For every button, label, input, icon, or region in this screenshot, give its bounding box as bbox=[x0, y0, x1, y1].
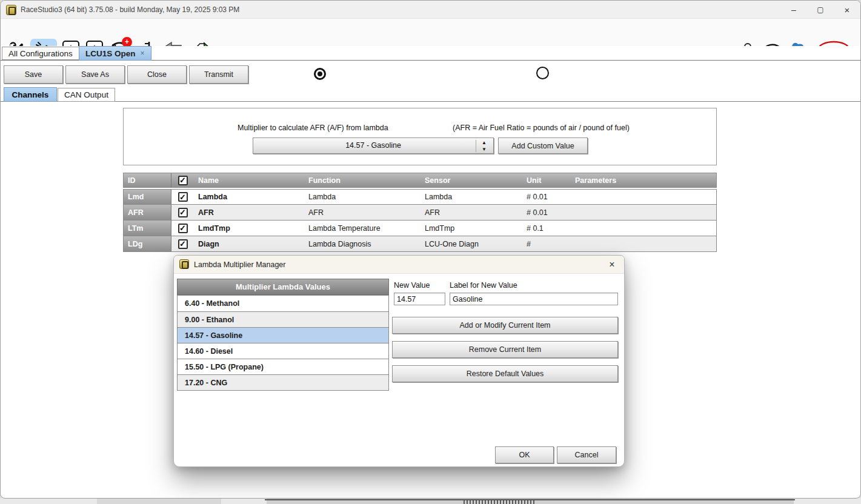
maximize-button[interactable]: ▢ bbox=[807, 1, 834, 19]
transmit-button[interactable]: Transmit bbox=[189, 65, 248, 84]
multiplier-label: Multiplier to calculate AFR (A/F) from l… bbox=[238, 124, 388, 132]
app-window: RaceStudio3 (64 bit) 3.75.08 - build Mon… bbox=[0, 0, 861, 499]
list-item[interactable]: 15.50 - LPG (Propane) bbox=[178, 359, 388, 374]
tab-lcu1s-open[interactable]: LCU1S Open × bbox=[79, 46, 151, 61]
action-bar: Save Save As Close Transmit Open connect… bbox=[1, 61, 860, 86]
app-icon bbox=[6, 5, 16, 15]
row-name: Lambda bbox=[194, 190, 304, 204]
row-unit: # 0.01 bbox=[522, 205, 571, 220]
tab-all-configurations[interactable]: All Configurations bbox=[2, 47, 79, 60]
ok-button[interactable]: OK bbox=[495, 446, 554, 463]
row-parameters bbox=[571, 220, 716, 236]
row-id: LTm bbox=[124, 220, 171, 236]
tab-can-output[interactable]: CAN Output bbox=[58, 88, 115, 102]
save-button[interactable]: Save bbox=[4, 65, 63, 84]
tab-channels[interactable]: Channels bbox=[4, 87, 57, 102]
row-checkbox[interactable] bbox=[178, 239, 188, 249]
new-value-label: New Value bbox=[394, 281, 430, 290]
tab-close-icon[interactable]: × bbox=[141, 49, 145, 58]
title-bar[interactable]: RaceStudio3 (64 bit) 3.75.08 - build Mon… bbox=[1, 1, 860, 19]
row-name: LmdTmp bbox=[194, 220, 304, 236]
tab-all-configurations-label: All Configurations bbox=[8, 49, 73, 58]
table-row[interactable]: LTm LmdTmp Lambda Temperature LmdTmp # 0… bbox=[123, 220, 717, 236]
row-function: Lambda Temperature bbox=[304, 220, 421, 236]
new-value-label-input[interactable] bbox=[450, 293, 618, 305]
header-parameters: Parameters bbox=[571, 173, 716, 187]
channels-table: ID Name Function Sensor Unit Parameters … bbox=[123, 173, 717, 252]
lambda-multiplier-manager-dialog: Lambda Multiplier Manager × Multiplier L… bbox=[173, 255, 625, 467]
afr-multiplier-selected-value: 14.57 - Gasoline bbox=[253, 141, 493, 150]
header-id: ID bbox=[124, 173, 171, 187]
table-header-row: ID Name Function Sensor Unit Parameters bbox=[123, 173, 717, 188]
row-sensor: LmdTmp bbox=[421, 220, 522, 236]
minimize-button[interactable]: – bbox=[780, 1, 807, 19]
row-function: Lambda bbox=[304, 190, 421, 204]
close-button[interactable]: Close bbox=[127, 65, 187, 84]
row-id: Lmd bbox=[124, 190, 171, 204]
remove-current-item-button[interactable]: Remove Current Item bbox=[392, 341, 618, 358]
cancel-button[interactable]: Cancel bbox=[557, 446, 616, 463]
main-toolbar: ⚙ √2 √3 + bbox=[1, 19, 860, 46]
background-window-strip bbox=[0, 498, 861, 504]
header-name: Name bbox=[194, 173, 304, 187]
table-row[interactable]: AFR AFR AFR AFR # 0.01 bbox=[123, 205, 717, 220]
row-name: AFR bbox=[194, 205, 304, 220]
add-custom-value-button[interactable]: Add Custom Value bbox=[498, 138, 588, 154]
header-unit: Unit bbox=[522, 173, 571, 187]
restore-default-values-button[interactable]: Restore Default Values bbox=[392, 365, 618, 382]
list-item-selected[interactable]: 14.57 - Gasoline bbox=[178, 327, 388, 343]
section-tab-bar: Channels CAN Output bbox=[1, 86, 860, 102]
row-name: Diagn bbox=[194, 236, 304, 251]
screen: { "window": { "title": "RaceStudio3 (64 … bbox=[0, 0, 861, 504]
window-title: RaceStudio3 (64 bit) 3.75.08 - build Mon… bbox=[21, 5, 239, 14]
row-sensor: LCU-One Diagn bbox=[421, 236, 522, 251]
save-as-button[interactable]: Save As bbox=[65, 65, 125, 84]
list-item[interactable]: 9.00 - Ethanol bbox=[178, 311, 388, 327]
row-checkbox[interactable] bbox=[178, 192, 188, 202]
aim-master-radio[interactable] bbox=[536, 67, 549, 79]
row-id: AFR bbox=[124, 205, 171, 220]
table-row[interactable]: LDg Diagn Lambda Diagnosis LCU-One Diagn… bbox=[123, 236, 717, 252]
dialog-title-bar[interactable]: Lambda Multiplier Manager × bbox=[174, 256, 624, 274]
dialog-title: Lambda Multiplier Manager bbox=[194, 260, 285, 269]
row-parameters bbox=[571, 236, 716, 251]
header-function: Function bbox=[304, 173, 421, 187]
label-for-new-value-label: Label for New Value bbox=[450, 281, 517, 290]
row-id: LDg bbox=[124, 236, 171, 251]
row-parameters bbox=[571, 190, 716, 204]
afr-multiplier-panel: Multiplier to calculate AFR (A/F) from l… bbox=[123, 108, 717, 165]
multiplier-list: 6.40 - Methanol 9.00 - Ethanol 14.57 - G… bbox=[177, 295, 389, 391]
multiplier-hint: (AFR = Air Fuel Ratio = pounds of air / … bbox=[453, 124, 630, 132]
table-row[interactable]: Lmd Lambda Lambda Lambda # 0.01 bbox=[123, 189, 717, 205]
row-unit: # bbox=[522, 236, 571, 251]
list-item[interactable]: 14.60 - Diesel bbox=[178, 343, 388, 359]
dropdown-separator bbox=[476, 140, 476, 152]
dialog-close-icon[interactable]: × bbox=[605, 258, 619, 271]
tab-lcu1s-open-label: LCU1S Open bbox=[85, 49, 136, 58]
row-sensor: AFR bbox=[421, 205, 522, 220]
afr-multiplier-select[interactable]: 14.57 - Gasoline ▲▼ bbox=[253, 138, 494, 154]
row-parameters bbox=[571, 205, 716, 220]
row-unit: # 0.01 bbox=[522, 190, 571, 204]
select-all-checkbox[interactable] bbox=[178, 176, 188, 185]
open-radio[interactable] bbox=[314, 68, 326, 80]
row-unit: # 0.1 bbox=[522, 220, 571, 236]
header-sensor: Sensor bbox=[421, 173, 522, 187]
add-or-modify-button[interactable]: Add or Modify Current Item bbox=[392, 317, 618, 334]
spinner-arrows-icon[interactable]: ▲▼ bbox=[480, 139, 488, 153]
new-value-input[interactable] bbox=[394, 293, 445, 305]
row-function: AFR bbox=[304, 205, 421, 220]
multiplier-list-header: Multiplier Lambda Values bbox=[177, 279, 389, 295]
row-sensor: Lambda bbox=[421, 190, 522, 204]
row-function: Lambda Diagnosis bbox=[304, 236, 421, 251]
list-item[interactable]: 17.20 - CNG bbox=[178, 374, 388, 390]
config-tab-bar: All Configurations LCU1S Open × bbox=[1, 46, 860, 61]
list-item[interactable]: 6.40 - Methanol bbox=[178, 296, 388, 311]
close-window-button[interactable]: × bbox=[834, 1, 860, 19]
row-checkbox[interactable] bbox=[178, 224, 188, 233]
dialog-app-icon bbox=[179, 259, 189, 269]
row-checkbox[interactable] bbox=[178, 208, 188, 217]
